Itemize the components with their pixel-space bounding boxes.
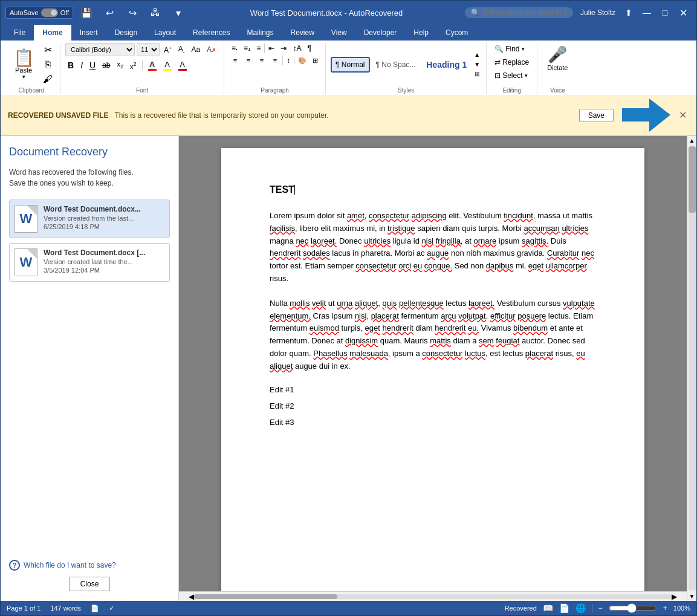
doc-file-item-2[interactable]: W Word Test Document.docx [... Version c… [9,243,170,282]
h-scroll-right[interactable]: ▶ [672,592,677,601]
font-size-select[interactable]: 11 [137,43,160,56]
close-btn[interactable]: ✕ [675,5,692,20]
print-layout-btn[interactable]: 📄 [559,603,569,613]
cut-btn[interactable]: ✂ [41,43,55,57]
underline-btn[interactable]: U [87,59,98,71]
close-banner-btn[interactable]: ✕ [676,109,689,121]
show-marks-btn[interactable]: ¶ [305,43,313,54]
dictate-btn[interactable]: 🎤 Dictate [542,43,572,74]
clipboard-group: 📋 Paste ▾ ✂ ⎘ 🖌 Clipboard [3,43,60,94]
tab-layout[interactable]: Layout [146,25,184,41]
line-spacing-btn[interactable]: ↕ [284,55,293,66]
styles-scroll-down[interactable]: ▼ [473,60,481,69]
tab-design[interactable]: Design [106,25,146,41]
network-btn[interactable]: 🖧 [146,4,165,21]
style-normal[interactable]: ¶ Normal [331,57,369,73]
tab-file[interactable]: File [5,25,34,41]
bold-btn[interactable]: B [65,59,76,71]
recovery-save-btn[interactable]: Save [579,109,614,122]
style-no-spacing[interactable]: ¶ No Spac... [371,57,421,73]
window-title: Word Test Document.docx - AutoRecovered [188,8,465,18]
tab-mailings[interactable]: Mailings [238,25,282,41]
minimize-btn[interactable]: — [638,5,655,20]
tab-insert[interactable]: Insert [71,25,106,41]
numbering-btn[interactable]: ≡1 [241,43,253,54]
tell-me-input[interactable] [482,8,567,17]
font-color-btn[interactable]: A [146,59,159,72]
superscript-btn[interactable]: x2 [128,60,139,71]
increase-indent-btn[interactable]: ⇥ [278,43,289,54]
styles-expand[interactable]: ⊞ [473,70,481,79]
sort-btn[interactable]: ↕A [290,43,303,54]
tab-developer[interactable]: Developer [355,25,406,41]
tab-view[interactable]: View [323,25,355,41]
align-center-btn[interactable]: ≡ [242,55,254,66]
tab-review[interactable]: Review [282,25,322,41]
select-dropdown: ▾ [525,73,528,79]
shading-btn[interactable]: A [176,59,189,72]
doc-edit-2: Edit #2 [270,401,596,410]
h-scrollbar-thumb[interactable] [194,594,337,599]
multilevel-btn[interactable]: ≡ [254,43,263,54]
recovery-banner-label: RECOVERED UNSAVED FILE [8,111,108,120]
borders-btn[interactable]: ⊞ [310,56,320,66]
h-scrollbar[interactable]: ◀ ▶ [179,591,687,601]
strikethrough-btn[interactable]: ab [100,60,112,71]
align-right-btn[interactable]: ≡ [256,55,268,66]
v-scroll-up[interactable]: ▲ [688,136,696,145]
v-scrollbar-thumb[interactable] [689,146,696,213]
format-painter-btn[interactable]: 🖌 [41,73,55,86]
undo-btn[interactable]: ↩ [100,4,119,21]
tab-help[interactable]: Help [405,25,437,41]
justify-btn[interactable]: ≡ [269,55,281,66]
v-scroll-down[interactable]: ▼ [688,592,696,601]
redo-btn[interactable]: ↪ [123,4,142,21]
find-btn[interactable]: 🔍 Find ▾ [491,43,527,55]
clear-format-btn[interactable]: A✗ [204,44,219,55]
close-panel-btn[interactable]: Close [69,577,111,591]
web-layout-btn[interactable]: 🌐 [575,603,586,613]
h-scroll-left[interactable]: ◀ [189,592,194,601]
quick-access-dropdown[interactable]: ▾ [169,4,188,21]
tab-cycom[interactable]: Cycom [437,25,476,41]
page-info: Page 1 of 1 [7,605,41,612]
zoom-in-btn[interactable]: + [663,604,667,612]
subscript-btn[interactable]: x2 [115,59,126,71]
replace-btn[interactable]: ⇄ Replace [491,56,532,68]
tab-references[interactable]: References [184,25,238,41]
status-bar: Page 1 of 1 147 words 📄 ✓ Recovered 📖 📄 … [1,601,696,615]
save-icon-btn[interactable]: 💾 [77,4,96,21]
doc-file-item-1[interactable]: W Word Test Document.docx... Version cre… [9,199,170,238]
zoom-out-btn[interactable]: − [598,604,603,612]
align-left-btn[interactable]: ≡ [229,55,241,66]
change-case-btn[interactable]: Aa [189,44,203,55]
zoom-slider[interactable] [609,603,657,613]
maximize-btn[interactable]: □ [656,5,673,20]
read-mode-btn[interactable]: 📖 [543,603,553,613]
decrease-indent-btn[interactable]: ⇤ [266,43,277,54]
highlight-btn[interactable]: A [161,59,174,72]
copy-btn[interactable]: ⎘ [41,58,55,71]
tell-me-box[interactable]: 🔍 [465,7,573,18]
v-scrollbar[interactable]: ▲ ▼ [687,136,696,601]
increase-font-btn[interactable]: A+ [161,44,174,56]
h-scrollbar-track[interactable] [194,594,672,599]
style-heading1[interactable]: Heading 1 [421,56,472,73]
font-family-select[interactable]: Calibri (Body) [65,43,135,56]
italic-btn[interactable]: I [78,59,85,71]
paste-btn[interactable]: 📋 Paste ▾ [8,47,39,83]
bullets-btn[interactable]: ≡• [229,43,240,54]
tab-home[interactable]: Home [34,25,71,41]
autosave-toggle-off[interactable] [41,8,58,17]
shading-para-btn[interactable]: 🎨 [296,56,309,66]
document-page[interactable]: TEST Lorem ipsum dolor sit amet, consect… [221,148,644,591]
autosave-badge[interactable]: AutoSave Off [5,7,73,19]
select-btn[interactable]: ⊡ Select ▾ [491,70,530,82]
ribbon-collapse-btn[interactable]: ⬆ [620,5,637,20]
which-file-link[interactable]: ? Which file do I want to save? [9,560,170,571]
v-scrollbar-track[interactable] [689,146,696,591]
styles-scroll-up[interactable]: ▲ [473,50,481,59]
document-area[interactable]: TEST Lorem ipsum dolor sit amet, consect… [179,136,687,591]
decrease-font-btn[interactable]: A- [176,44,187,56]
status-bar-right: Recovered 📖 📄 🌐 − + 100% [505,603,690,613]
